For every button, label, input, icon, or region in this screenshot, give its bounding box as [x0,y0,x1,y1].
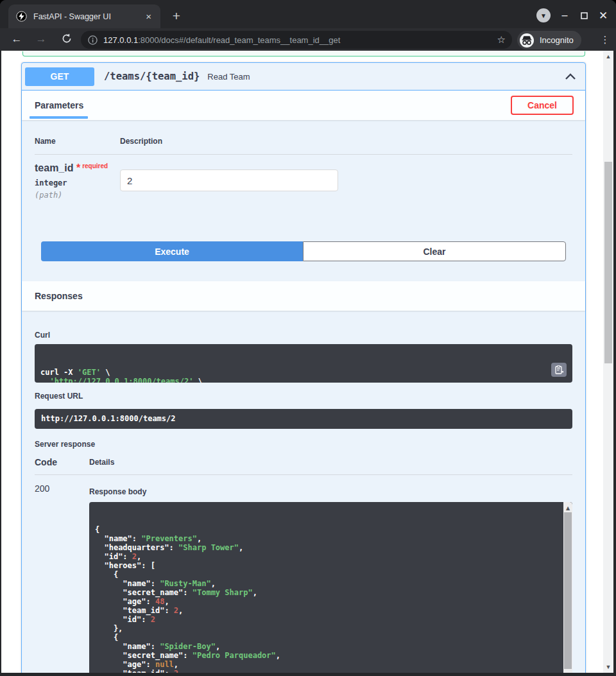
required-label: required [82,162,108,169]
parameters-table-header: Name Description [35,137,572,155]
scroll-up-icon[interactable]: ▲ [563,504,572,513]
request-url-text: http://127.0.0.1:8000/teams/2 [41,414,176,423]
curl-label: Curl [35,331,572,340]
tab-close-icon[interactable]: × [143,10,154,22]
back-button[interactable]: ← [8,30,26,48]
response-details-cell: Response body { "name": "Preventers", "h… [89,483,572,673]
responses-title: Responses [35,291,83,301]
reload-button[interactable] [58,30,76,48]
tab-search-button[interactable]: ▼ [536,8,551,22]
window-close-button[interactable]: ✕ [597,8,610,22]
bookmark-star-icon[interactable]: ☆ [497,34,506,46]
code-column-header: Code [35,457,89,467]
url-host: 127.0.0.1 [103,35,138,45]
browser-menu-button[interactable]: ⋮ [598,32,612,48]
clear-button[interactable]: Clear [303,241,566,261]
incognito-icon [519,33,535,48]
clipboard-icon [555,365,563,374]
caret-down-icon: ▼ [540,12,547,19]
fastapi-logo-icon [16,11,27,22]
operation-summary[interactable]: GET /teams/{team_id} Read Team [22,63,585,91]
curl-command-block: curl -X 'GET' \ 'http://127.0.0.1:8000/t… [35,344,572,383]
endpoint-summary: Read Team [207,72,250,82]
response-body-scrollbar[interactable]: ▲ [563,502,572,673]
server-response-label: Server response [35,440,572,449]
forward-button[interactable]: → [32,30,50,48]
endpoint-path: /teams/{team_id} [104,71,200,82]
page-scrollbar[interactable]: ▲ ▼ [603,51,613,673]
tab-title: FastAPI - Swagger UI [33,12,143,21]
parameter-row: team_id *required integer (path) [35,162,572,200]
page-scrollbar-thumb[interactable] [604,162,612,363]
copy-to-clipboard-button[interactable] [551,363,567,377]
parameters-tab[interactable]: Parameters [35,100,83,110]
response-table-header: Code Details [35,457,572,475]
description-column-header: Description [120,137,162,146]
tab-strip: FastAPI - Swagger UI × + ▼ – ✕ [0,0,616,28]
omnibox[interactable]: 127.0.0.1:8000/docs#/default/read_team_t… [81,31,512,49]
execute-row: Execute Clear [41,241,566,261]
url-path: :8000/docs#/default/read_team_teams__tea… [138,35,340,45]
status-code: 200 [35,483,89,673]
parameter-type: integer [35,178,120,187]
required-asterisk: * [76,162,80,173]
method-badge: GET [25,67,94,86]
url-text[interactable]: 127.0.0.1:8000/docs#/default/read_team_t… [103,35,492,45]
scroll-up-icon[interactable]: ▲ [603,53,613,60]
reload-icon [62,33,72,44]
response-scrollbar-thumb[interactable] [564,512,572,669]
browser-window: FastAPI - Swagger UI × + ▼ – ✕ ← → 127.0… [0,0,616,676]
collapse-button[interactable] [565,73,576,80]
execute-button[interactable]: Execute [41,241,303,261]
previous-endpoint-partial[interactable] [22,51,585,56]
browser-toolbar: ← → 127.0.0.1:8000/docs#/default/read_te… [0,28,616,51]
browser-tab[interactable]: FastAPI - Swagger UI × [8,4,160,28]
scroll-down-icon[interactable]: ▼ [603,664,613,670]
name-column-header: Name [35,137,120,146]
param-value-input[interactable] [120,169,338,191]
parameters-table: Name Description team_id *required integ… [22,120,585,261]
parameter-name-cell: team_id *required integer (path) [35,162,120,200]
maximize-button[interactable] [578,8,590,22]
response-body-block: { "name": "Preventers", "headquarters": … [89,502,572,673]
parameter-location: (path) [35,191,120,200]
parameter-description-cell [120,162,338,200]
response-body-json: { "name": "Preventers", "headquarters": … [95,525,556,673]
chevron-up-icon [565,73,576,80]
response-row: 200 Response body { "name": "Preventers"… [35,483,572,673]
parameter-name: team_id *required [35,162,120,174]
curl-command-text: curl -X 'GET' \ 'http://127.0.0.1:8000/t… [40,368,547,383]
site-info-icon[interactable] [88,35,98,45]
response-body-label: Response body [89,487,572,496]
request-url-label: Request URL [35,392,572,401]
request-url-block: http://127.0.0.1:8000/teams/2 [35,409,572,429]
cancel-button[interactable]: Cancel [511,96,574,115]
details-column-header: Details [89,458,114,467]
parameters-header: Parameters Cancel [22,91,585,120]
incognito-label: Incognito [540,35,574,45]
incognito-badge: Incognito [517,31,581,49]
maximize-icon [581,12,588,19]
new-tab-button[interactable]: + [168,8,185,24]
responses-header: Responses [22,281,585,311]
responses-body: Curl curl -X 'GET' \ 'http://127.0.0.1:8… [22,311,585,673]
operation-block: GET /teams/{team_id} Read Team Parameter… [21,62,586,673]
minimize-button[interactable]: – [558,8,571,22]
swagger-page: GET /teams/{team_id} Read Team Parameter… [1,51,613,673]
